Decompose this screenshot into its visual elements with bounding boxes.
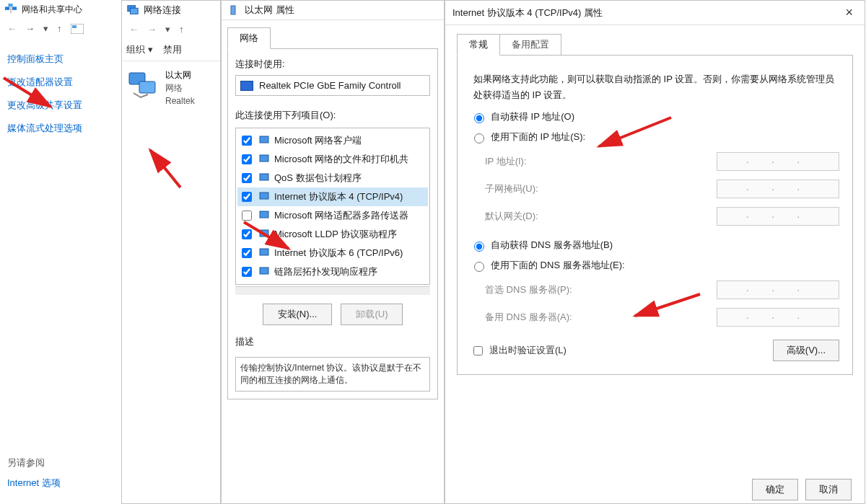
p1-links: 控制面板主页 更改适配器设置 更改高级共享设置 媒体流式处理选项 (0, 38, 121, 149)
tcpip-properties: Internet 协议版本 4 (TCP/IPv4) 属性 × 常规 备用配置 … (445, 0, 865, 504)
validate-checkbox-input[interactable] (473, 346, 483, 355)
svg-rect-18 (260, 268, 268, 274)
list-item[interactable]: 链路层拓扑发现响应程序 (237, 262, 428, 281)
component-icon (258, 153, 270, 167)
disable-btn[interactable]: 禁用 (163, 43, 182, 56)
svg-rect-0 (5, 6, 9, 10)
p2-title: 网络连接 (144, 4, 181, 17)
svg-rect-7 (130, 8, 138, 14)
item-checkbox[interactable] (242, 154, 252, 164)
svg-rect-17 (260, 249, 268, 255)
validate-label: 退出时验证设置(L) (489, 344, 567, 357)
intro-text: 如果网络支持此功能，则可以获取自动指派的 IP 设置。否则，你需要从网络系统管理… (473, 71, 836, 103)
dns1-input: . . . (717, 280, 839, 299)
nav-up[interactable]: ↑ (179, 24, 184, 35)
device-field: Realtek PCIe GbE Family Controll (235, 75, 430, 96)
radio-use-ip-label: 使用下面的 IP 地址(S): (491, 131, 585, 143)
list-item[interactable]: Microsoft 网络客户端 (237, 131, 428, 150)
nav-back[interactable]: ← (129, 24, 139, 35)
item-checkbox[interactable] (242, 229, 252, 239)
radio-auto-ip[interactable]: 自动获得 IP 地址(O) (471, 110, 839, 123)
radio-auto-dns[interactable]: 自动获得 DNS 服务器地址(B) (471, 239, 839, 252)
adapter-network: 网络 (165, 81, 195, 94)
ok-button[interactable]: 确定 (752, 479, 798, 500)
dns1-label: 首选 DNS 服务器(P): (485, 283, 572, 296)
radio-auto-dns-input[interactable] (474, 242, 484, 252)
network-sharing-center: 网络和共享中心 ← → ▾ ↑ 控制面板主页 更改适配器设置 更改高级共享设置 … (0, 0, 121, 504)
p4-titlebar: Internet 协议版本 4 (TCP/IPv4) 属性 × (445, 1, 865, 25)
list-item[interactable]: Internet 协议版本 4 (TCP/IPv4) (237, 187, 428, 206)
mask-input: . . . (717, 180, 839, 198)
list-item[interactable]: Microsoft 网络的文件和打印机共 (237, 150, 428, 169)
item-label: Microsoft 网络的文件和打印机共 (274, 153, 408, 166)
link-media-streaming[interactable]: 媒体流式处理选项 (7, 122, 114, 135)
link-advanced-sharing[interactable]: 更改高级共享设置 (7, 99, 114, 112)
dns2-label: 备用 DNS 服务器(A): (485, 311, 572, 324)
validate-checkbox[interactable]: 退出时验证设置(L) (471, 344, 567, 358)
radio-use-ip-input[interactable] (474, 133, 484, 143)
component-icon (258, 228, 270, 242)
link-internet-options[interactable]: Internet 选项 (7, 477, 61, 490)
svg-rect-16 (260, 230, 268, 236)
component-icon (258, 265, 270, 279)
svg-rect-2 (8, 4, 12, 6)
p2-header: 网络连接 (122, 1, 220, 19)
item-label: Internet 协议版本 4 (TCP/IPv4) (274, 190, 403, 203)
organize-menu[interactable]: 组织 ▾ (126, 43, 153, 56)
item-label: Microsoft LLDP 协议驱动程序 (274, 228, 397, 241)
nav-back[interactable]: ← (7, 23, 17, 34)
install-button[interactable]: 安装(N)... (263, 304, 333, 325)
adapter-name: 以太网 (165, 68, 195, 81)
p2-nav: ← → ▾ ↑ (122, 19, 220, 39)
cancel-button[interactable]: 取消 (805, 479, 852, 500)
desc-text: 传输控制协议/Internet 协议。该协议是默于在不同的相互连接的网络上通信。 (235, 357, 430, 392)
radio-use-dns[interactable]: 使用下面的 DNS 服务器地址(E): (471, 259, 839, 272)
dns2-input: . . . (717, 308, 839, 327)
gw-label: 默认网关(D): (485, 210, 538, 223)
list-item[interactable]: Microsoft 网络适配器多路传送器 (237, 206, 428, 225)
radio-use-dns-label: 使用下面的 DNS 服务器地址(E): (491, 259, 625, 272)
list-item[interactable]: Microsoft LLDP 协议驱动程序 (237, 225, 428, 244)
item-checkbox[interactable] (242, 248, 252, 258)
p1-nav: ← → ▾ ↑ (0, 19, 121, 38)
ethernet-prop-icon (227, 4, 239, 16)
radio-auto-ip-label: 自动获得 IP 地址(O) (491, 110, 574, 123)
radio-use-ip[interactable]: 使用下面的 IP 地址(S): (471, 131, 839, 143)
p3-header: 以太网 属性 (222, 1, 444, 20)
item-checkbox[interactable] (242, 211, 252, 221)
tab-alternate[interactable]: 备用配置 (500, 34, 561, 56)
desc-fieldset: 描述 传输控制协议/Internet 协议。该协议是默于在不同的相互连接的网络上… (235, 335, 430, 392)
item-label: Internet 协议版本 6 (TCP/IPv6) (274, 247, 403, 260)
p3-title: 以太网 属性 (245, 4, 294, 17)
list-item[interactable]: Internet 协议版本 6 (TCP/IPv6) (237, 244, 428, 262)
radio-use-dns-input[interactable] (474, 262, 484, 272)
list-item[interactable]: QoS 数据包计划程序 (237, 169, 428, 187)
ethernet-adapter[interactable]: 以太网 网络 Realtek (122, 61, 220, 115)
link-cp-home[interactable]: 控制面板主页 (7, 53, 114, 66)
item-checkbox[interactable] (242, 192, 252, 202)
nav-up[interactable]: ↑ (57, 23, 62, 34)
scrollbar-h[interactable] (235, 286, 430, 295)
nav-fwd[interactable]: → (25, 23, 35, 34)
see-also-label: 另请参阅 (7, 457, 45, 468)
item-checkbox[interactable] (242, 136, 252, 146)
nav-fwd[interactable]: → (147, 24, 157, 35)
items-label: 此连接使用下列项目(O): (235, 109, 430, 122)
tab-network[interactable]: 网络 (227, 27, 271, 49)
network-connections: 网络连接 ← → ▾ ↑ 组织 ▾ 禁用 以太网 网络 Realtek (121, 0, 221, 504)
component-icon (258, 172, 270, 185)
advanced-button[interactable]: 高级(V)... (773, 340, 839, 361)
address-icon (71, 24, 84, 34)
tab-general[interactable]: 常规 (457, 34, 500, 56)
p1-title: 网络和共享中心 (22, 4, 82, 16)
ip-label: IP 地址(I): (485, 155, 527, 168)
mask-label: 子网掩码(U): (485, 182, 538, 195)
item-checkbox[interactable] (242, 173, 252, 183)
link-adapter-settings[interactable]: 更改适配器设置 (7, 76, 114, 89)
close-icon[interactable]: × (841, 5, 857, 20)
item-checkbox[interactable] (242, 267, 252, 277)
desc-title: 描述 (235, 335, 430, 348)
item-label: 链路层拓扑发现响应程序 (274, 265, 377, 278)
radio-auto-ip-input[interactable] (474, 113, 484, 123)
item-label: Microsoft 网络适配器多路传送器 (274, 209, 408, 222)
